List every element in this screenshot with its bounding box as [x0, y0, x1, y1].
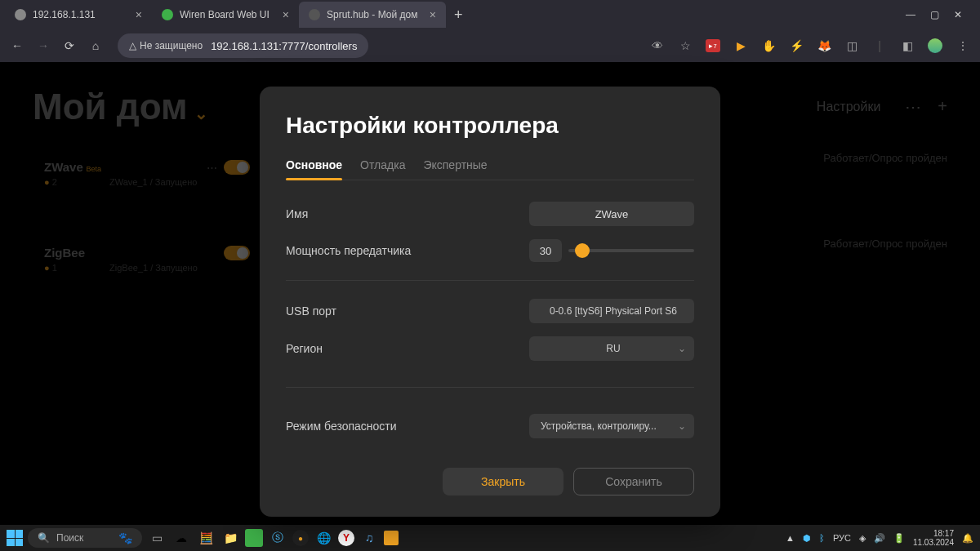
badge-count: 7 — [713, 42, 716, 50]
status-text: Работает/Опрос пройден — [823, 152, 947, 164]
more-icon[interactable]: ⋯ — [905, 97, 921, 117]
notifications-icon[interactable]: 🔔 — [962, 533, 973, 544]
home-icon[interactable]: ⌂ — [88, 39, 103, 52]
system-tray: ▲ ⬢ ᛒ РУС ◈ 🔊 🔋 18:17 11.03.2024 🔔 — [786, 529, 973, 547]
close-window-button[interactable]: ✕ — [954, 9, 962, 20]
close-button[interactable]: Закрыть — [443, 468, 564, 495]
controller-card[interactable]: ZigBee ● 1 ZigBee_1 / Запущено — [33, 238, 261, 291]
page-title: Мой дом⌄ — [33, 87, 208, 127]
wifi-icon[interactable]: ◈ — [859, 533, 866, 544]
globe-icon — [15, 9, 26, 20]
settings-link[interactable]: Настройки — [817, 100, 880, 114]
tab-expert[interactable]: Экспертные — [423, 158, 487, 180]
device-count: 1 — [52, 263, 57, 273]
toggle-switch[interactable] — [224, 160, 250, 175]
yandex-icon[interactable]: Y — [338, 530, 354, 546]
slider-track[interactable] — [568, 249, 694, 252]
name-input[interactable] — [529, 202, 694, 226]
taskbar-search[interactable]: 🔍 Поиск 🐾 — [28, 528, 142, 548]
extension-icon[interactable]: ✋ — [761, 38, 776, 53]
region-select[interactable]: RU ⌄ — [529, 336, 694, 361]
tray-icon[interactable]: ⬢ — [803, 533, 811, 544]
bluetooth-icon[interactable]: ᛒ — [819, 533, 825, 543]
browser-chrome: 192.168.1.131 × Wiren Board Web UI × Spr… — [0, 0, 980, 62]
extensions-menu-icon[interactable]: ◫ — [844, 38, 859, 53]
chevron-down-icon: ⌄ — [194, 104, 208, 122]
extension-icon[interactable]: 🦊 — [817, 38, 831, 53]
task-view-icon[interactable]: ▭ — [147, 528, 167, 548]
usb-select[interactable]: 0-0.6 [ttyS6] Physical Port S6 — [529, 299, 694, 323]
tab-label: 192.168.1.131 — [33, 9, 96, 20]
tabs-row: 192.168.1.131 × Wiren Board Web UI × Spr… — [0, 0, 980, 29]
tab-label: Wiren Board Web UI — [180, 9, 270, 20]
maximize-button[interactable]: ▢ — [930, 9, 939, 20]
calculator-icon[interactable]: 🧮 — [196, 528, 216, 548]
extension-icon[interactable]: ⚡ — [789, 38, 804, 53]
tray-icon[interactable]: ▲ — [786, 533, 795, 543]
sidepanel-icon[interactable]: ◧ — [900, 38, 915, 53]
security-select[interactable]: Устройства, контролиру... ⌄ — [529, 414, 694, 438]
tab-2[interactable]: Sprut.hub - Мой дом × — [299, 2, 446, 28]
close-icon[interactable]: × — [430, 8, 436, 21]
row-usb: USB порт 0-0.6 [ttyS6] Physical Port S6 — [286, 292, 694, 330]
eye-off-icon[interactable]: 👁 — [650, 38, 665, 53]
reload-icon[interactable]: ⟳ — [62, 39, 77, 52]
window-controls: — ▢ ✕ — [906, 9, 975, 20]
app-icon[interactable]: ● — [292, 530, 309, 546]
minimize-button[interactable]: — — [906, 9, 915, 20]
battery-icon[interactable]: 🔋 — [893, 533, 905, 544]
row-region: Регион RU ⌄ — [286, 330, 694, 367]
weather-icon[interactable]: ☁ — [172, 528, 191, 548]
close-icon[interactable]: × — [283, 8, 289, 21]
back-icon[interactable]: ← — [10, 39, 24, 52]
modal-title: Настройки контроллера — [286, 113, 694, 139]
slider-thumb[interactable] — [575, 243, 590, 258]
language-indicator[interactable]: РУС — [833, 533, 851, 543]
start-button[interactable] — [7, 530, 23, 546]
address-bar[interactable]: △ Не защищено 192.168.1.131:7777/control… — [118, 33, 368, 58]
controller-sub: ZWave_1 / Запущено — [109, 177, 197, 187]
power-slider[interactable]: 30 — [529, 239, 694, 262]
modal-tabs: Основное Отладка Экспертные — [286, 158, 694, 180]
not-secure-badge: △ Не защищено — [129, 40, 203, 51]
url-text: 192.168.1.131:7777/controllers — [211, 40, 357, 52]
address-row: ← → ⟳ ⌂ △ Не защищено 192.168.1.131:7777… — [0, 29, 980, 62]
tab-0[interactable]: 192.168.1.131 × — [5, 2, 152, 28]
bookmark-icon[interactable]: ☆ — [678, 38, 693, 53]
app-icon[interactable]: ♫ — [359, 528, 379, 548]
extension-icon[interactable]: ▶ — [733, 38, 748, 53]
controller-name: ZigBee — [44, 246, 85, 260]
forward-icon[interactable]: → — [36, 39, 51, 52]
site-icon — [309, 9, 320, 20]
more-dots[interactable]: ⋯ — [207, 162, 217, 174]
app-icon[interactable]: ⓢ — [268, 528, 287, 548]
new-tab-button[interactable]: + — [446, 7, 471, 24]
usb-label: USB порт — [286, 304, 336, 318]
taskbar: 🔍 Поиск 🐾 ▭ ☁ 🧮 📁 ⓢ ● 🌐 Y ♫ ▲ ⬢ ᛒ РУС ◈ … — [0, 525, 980, 551]
chevron-down-icon: ⌄ — [678, 420, 686, 432]
usb-value: 0-0.6 [ttyS6] Physical Port S6 — [550, 305, 677, 317]
add-icon[interactable]: + — [938, 97, 947, 117]
chrome-icon[interactable]: 🌐 — [314, 528, 333, 548]
search-placeholder: Поиск — [56, 532, 83, 544]
explorer-icon[interactable]: 📁 — [220, 528, 240, 548]
volume-icon[interactable]: 🔊 — [874, 533, 885, 544]
clock[interactable]: 18:17 11.03.2024 — [913, 529, 954, 547]
tab-debug[interactable]: Отладка — [360, 158, 405, 180]
tab-1[interactable]: Wiren Board Web UI × — [152, 2, 299, 28]
not-secure-text: Не защищено — [140, 40, 203, 51]
menu-icon[interactable]: ⋮ — [956, 38, 970, 53]
save-button[interactable]: Сохранить — [573, 468, 694, 495]
toggle-switch[interactable] — [224, 246, 250, 260]
profile-avatar[interactable] — [928, 38, 942, 53]
date-text: 11.03.2024 — [913, 538, 954, 547]
extension-icon[interactable]: ▸7 — [706, 39, 720, 52]
close-icon[interactable]: × — [136, 8, 142, 21]
toolbar-extensions: 👁 ☆ ▸7 ▶ ✋ ⚡ 🦊 ◫ | ◧ ⋮ — [650, 38, 970, 53]
app-icon[interactable] — [245, 529, 263, 547]
tab-main[interactable]: Основное — [286, 158, 342, 180]
controller-sub: ZigBee_1 / Запущено — [109, 263, 198, 273]
chevron-down-icon: ⌄ — [678, 343, 686, 354]
app-icon[interactable] — [384, 531, 399, 545]
controller-card[interactable]: ZWave Beta ● 2 ZWave_1 / Запущено ⋯ — [33, 152, 261, 205]
